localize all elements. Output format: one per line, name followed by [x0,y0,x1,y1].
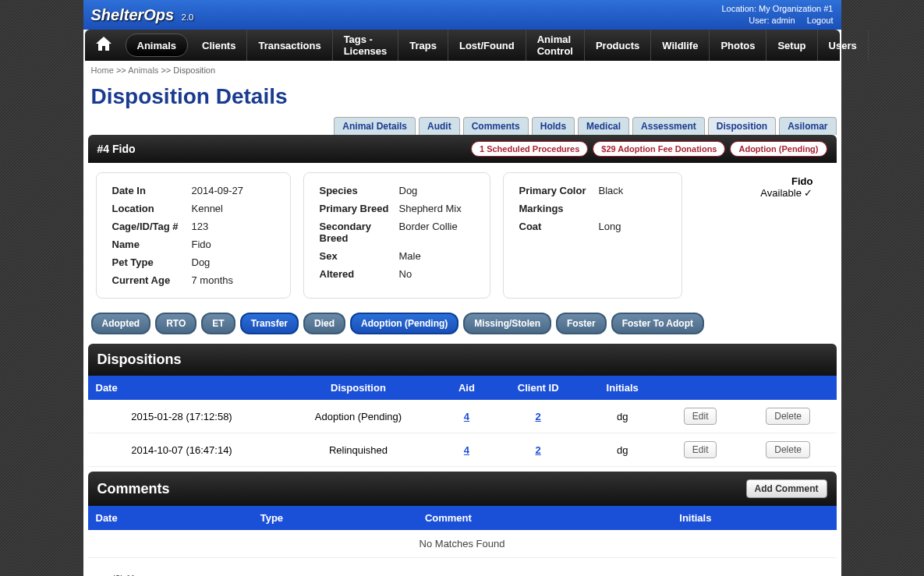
val-altered: No [396,266,465,282]
td-date: 2014-10-07 (16:47:14) [88,433,276,467]
tab-medical[interactable]: Medical [578,117,629,135]
tab-holds[interactable]: Holds [532,117,575,135]
header-right: Location: My Organization #1 User: admin… [721,3,833,27]
td-date: 2015-01-28 (17:12:58) [88,400,276,433]
delete-button[interactable]: Delete [766,408,810,425]
no-matches-text: No Matches Found [88,530,837,558]
lbl-coat: Coat [516,218,594,235]
lbl-markings: Markings [516,200,594,217]
location-link[interactable]: My Organization #1 [759,4,833,13]
nav-clients[interactable]: Clients [191,30,247,61]
nav-setup[interactable]: Setup [766,30,817,61]
td-disp: Adoption (Pending) [276,400,441,433]
th-c-date: Date [88,506,253,530]
nav-products[interactable]: Products [585,30,651,61]
th-c-type: Type [253,506,417,530]
btn-adoption-pending[interactable]: Adoption (Pending) [350,313,458,334]
comments-title: Comments [97,481,170,497]
nav-animalcontrol[interactable]: Animal Control [526,30,585,61]
breadcrumb-animals[interactable]: Animals [128,65,158,75]
version: 2.0 [182,12,193,22]
side-name: Fido [710,175,813,187]
th-initials: Initials [584,376,661,400]
nav-users[interactable]: Users [818,30,869,61]
btn-transfer[interactable]: Transfer [240,313,299,334]
main-nav: Animals Clients Transactions Tags - Lice… [85,30,840,61]
pill-adoption-pending[interactable]: Adoption (Pending) [730,141,827,157]
td-initials: dg [584,400,661,433]
breadcrumb-current: Disposition [173,65,215,75]
no-matches-row: No Matches Found [88,530,837,558]
side-col: Fido Available ✓ [695,172,829,299]
lbl-pbreed: Primary Breed [317,200,395,217]
btn-died[interactable]: Died [303,313,345,334]
edit-button[interactable]: Edit [684,441,717,458]
tab-assessment[interactable]: Assessment [632,117,705,135]
pill-donations[interactable]: $29 Adoption Fee Donations [593,141,725,157]
nav-tags[interactable]: Tags - Licenses [333,30,399,61]
nav-photos[interactable]: Photos [710,30,766,61]
lbl-altered: Altered [317,266,395,282]
val-pettype: Dog [189,254,247,270]
lbl-location: Location [109,200,187,217]
nav-animals[interactable]: Animals [126,34,189,57]
table-row: 2015-01-28 (17:12:58) Adoption (Pending)… [88,400,837,433]
btn-rto[interactable]: RTO [155,313,196,334]
animal-id-name: #4 Fido [97,143,136,155]
dispositions-table: Date Disposition Aid Client ID Initials … [88,376,837,467]
header: ShelterOps 2.0 Location: My Organization… [83,0,841,30]
user-label: User: [749,16,769,25]
val-coat: Long [596,218,627,235]
breadcrumb: Home >> Animals >> Disposition [83,61,841,80]
page-title: Disposition Details [83,80,841,117]
delete-button[interactable]: Delete [766,441,810,458]
pill-procedures[interactable]: 1 Scheduled Procedures [471,141,588,157]
lbl-date-in: Date In [109,182,187,199]
edit-button[interactable]: Edit [684,408,717,425]
nav-wildlife[interactable]: Wildlife [651,30,710,61]
td-client-link[interactable]: 2 [536,411,541,422]
lbl-pettype: Pet Type [109,254,187,270]
val-markings [596,200,627,217]
th-client: Client ID [492,376,583,400]
val-sbreed: Border Collie [396,218,465,246]
td-aid-link[interactable]: 4 [464,411,469,422]
user-link[interactable]: admin [772,16,795,25]
breadcrumb-home[interactable]: Home [91,65,114,75]
add-comment-button[interactable]: Add Comment [746,479,827,498]
btn-missing[interactable]: Missing/Stolen [463,313,551,334]
btn-adopted[interactable]: Adopted [91,313,151,334]
lbl-species: Species [317,182,395,199]
th-c-comment: Comment [417,506,671,530]
tab-disposition[interactable]: Disposition [708,117,776,135]
logo-text: ShelterOps [91,6,175,23]
tab-animal-details[interactable]: Animal Details [334,117,416,135]
val-sex: Male [396,248,465,264]
btn-foster[interactable]: Foster [556,313,607,334]
nav-transactions[interactable]: Transactions [247,30,332,61]
val-name: Fido [189,236,247,253]
table-row: 2014-10-07 (16:47:14) Relinquished 4 2 d… [88,433,837,467]
td-disp: Relinquished [276,433,441,467]
val-pbreed: Shepherd Mix [396,200,465,217]
nav-traps[interactable]: Traps [398,30,448,61]
btn-et[interactable]: ET [201,313,235,334]
info-card-1: Date In2014-09-27 LocationKennel Cage/ID… [96,172,291,299]
lbl-name: Name [109,236,187,253]
th-c-initials: Initials [671,506,836,530]
val-location: Kennel [189,200,247,217]
td-client-link[interactable]: 2 [536,444,541,456]
side-status: Available ✓ [710,187,813,199]
dispositions-title: Dispositions [97,352,182,368]
nav-lostfound[interactable]: Lost/Found [448,30,526,61]
debug-output: array(0) { } [83,558,841,576]
logout-link[interactable]: Logout [807,16,834,25]
lbl-sbreed: Secondary Breed [317,218,395,246]
tab-asilomar[interactable]: Asilomar [779,117,836,135]
td-aid-link[interactable]: 4 [464,444,469,456]
th-disp: Disposition [276,376,441,400]
home-icon[interactable] [85,37,122,55]
btn-foster-adopt[interactable]: Foster To Adopt [611,313,704,334]
tab-comments[interactable]: Comments [463,117,529,135]
tab-audit[interactable]: Audit [419,117,460,135]
